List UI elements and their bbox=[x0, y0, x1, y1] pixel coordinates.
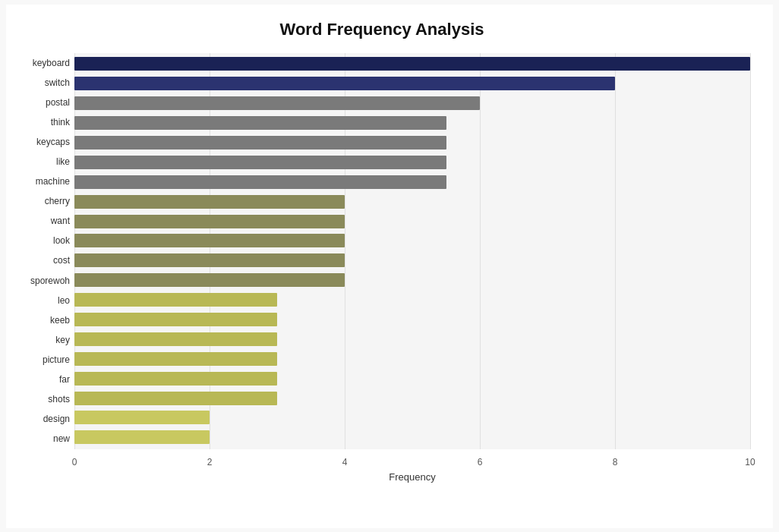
y-label: keyboard bbox=[33, 54, 70, 72]
bar-row bbox=[74, 115, 750, 131]
bar-row bbox=[74, 232, 750, 249]
bar bbox=[74, 411, 210, 424]
y-label: like bbox=[56, 153, 70, 171]
bar-row bbox=[74, 213, 750, 230]
x-axis-label: Frequency bbox=[74, 471, 750, 483]
bar bbox=[74, 77, 615, 90]
bar bbox=[74, 136, 446, 150]
bar-row bbox=[74, 154, 750, 171]
bar-row bbox=[74, 311, 750, 328]
bar-row bbox=[74, 55, 750, 72]
bar bbox=[74, 253, 345, 267]
y-label: keycaps bbox=[36, 133, 70, 151]
y-axis: keyboardswitchpostalthinkkeycapslikemach… bbox=[14, 53, 74, 471]
bar bbox=[74, 195, 345, 209]
y-label: cherry bbox=[45, 192, 70, 210]
bar bbox=[74, 293, 277, 307]
y-label: switch bbox=[45, 74, 70, 92]
x-tick: 8 bbox=[613, 457, 618, 467]
bar-row bbox=[74, 370, 750, 387]
bar bbox=[74, 313, 277, 326]
x-tick: 10 bbox=[745, 457, 755, 467]
bar bbox=[74, 352, 277, 366]
grid-line bbox=[750, 53, 751, 449]
y-label: cost bbox=[53, 251, 70, 269]
bars-list bbox=[74, 53, 750, 449]
y-label: sporewoh bbox=[30, 272, 70, 290]
bar-row bbox=[74, 75, 750, 92]
bar-row bbox=[74, 409, 750, 426]
bar-row bbox=[74, 390, 750, 407]
bar bbox=[74, 156, 446, 169]
bar-row bbox=[74, 95, 750, 112]
bar bbox=[74, 57, 750, 71]
bar bbox=[74, 96, 480, 110]
y-label: machine bbox=[36, 172, 70, 190]
x-tick: 2 bbox=[207, 457, 213, 467]
bar bbox=[74, 372, 277, 386]
bar-row bbox=[74, 331, 750, 348]
bar bbox=[74, 116, 446, 130]
bar bbox=[74, 332, 277, 346]
y-label: key bbox=[55, 331, 70, 349]
bar bbox=[74, 234, 345, 247]
bar-row bbox=[74, 194, 750, 210]
bar bbox=[74, 175, 446, 189]
bars-wrapper bbox=[74, 53, 750, 449]
y-label: picture bbox=[43, 351, 70, 369]
x-tick: 6 bbox=[478, 457, 483, 467]
bar-row bbox=[74, 291, 750, 308]
x-tick: 0 bbox=[72, 457, 77, 467]
bar-row bbox=[74, 252, 750, 269]
bar bbox=[74, 392, 277, 405]
y-label: want bbox=[51, 212, 70, 230]
x-axis: Frequency 0246810 bbox=[74, 449, 750, 471]
bars-and-x: Frequency 0246810 bbox=[74, 53, 750, 471]
bar bbox=[74, 215, 345, 228]
bar-row bbox=[74, 351, 750, 367]
y-label: leo bbox=[58, 291, 70, 310]
chart-title: Word Frequency Analysis bbox=[14, 20, 750, 39]
chart-container: Word Frequency Analysis keyboardswitchpo… bbox=[6, 5, 773, 528]
x-tick: 4 bbox=[342, 457, 348, 467]
y-label: look bbox=[53, 231, 70, 250]
y-label: think bbox=[51, 113, 70, 131]
bar-row bbox=[74, 272, 750, 288]
y-label: postal bbox=[46, 93, 70, 112]
y-label: design bbox=[43, 410, 70, 428]
bar-row bbox=[74, 174, 750, 190]
bar-row bbox=[74, 429, 750, 445]
y-label: far bbox=[59, 370, 70, 389]
bar bbox=[74, 273, 345, 287]
bar bbox=[74, 430, 210, 444]
bar-row bbox=[74, 134, 750, 151]
y-label: shots bbox=[48, 390, 70, 408]
y-label: keeb bbox=[50, 311, 70, 329]
chart-area: keyboardswitchpostalthinkkeycapslikemach… bbox=[14, 53, 750, 471]
y-label: new bbox=[53, 430, 70, 448]
